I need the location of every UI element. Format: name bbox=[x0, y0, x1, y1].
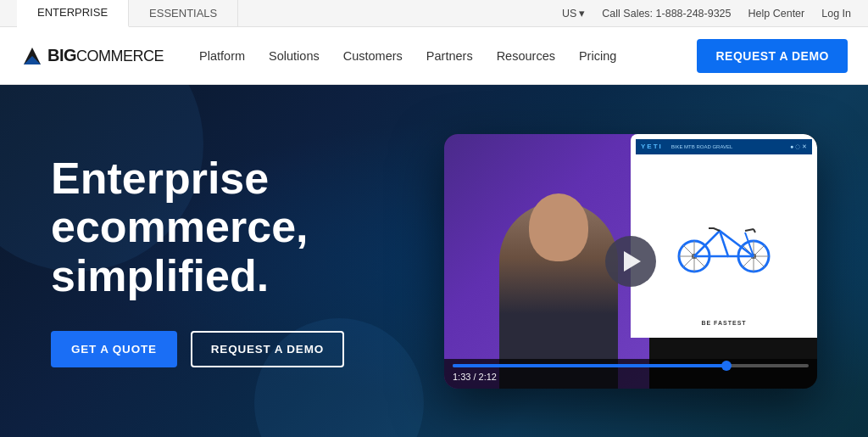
hero-section: Enterprise ecommerce, simplified. GET A … bbox=[0, 85, 868, 437]
bike-illustration bbox=[673, 214, 775, 273]
nav-platform[interactable]: Platform bbox=[199, 49, 245, 63]
tab-essentials[interactable]: ESSENTIALS bbox=[129, 0, 238, 27]
progress-bar[interactable] bbox=[453, 364, 809, 367]
time-display: 1:33 / 2:12 bbox=[453, 372, 809, 382]
locale-arrow: ▾ bbox=[579, 7, 585, 20]
yeti-brand: YETI bbox=[641, 143, 663, 150]
nav-left: BIGCOMMERCE Platform Solutions Customers… bbox=[20, 44, 616, 68]
product-nav-bar: YETI BIKE MTB ROAD GRAVEL ● ◌ ✕ bbox=[636, 139, 812, 154]
video-controls: 1:33 / 2:12 bbox=[444, 359, 817, 389]
product-nav-right: ● ◌ ✕ bbox=[790, 143, 807, 150]
top-bar-right: US ▾ Call Sales: 1-888-248-9325 Help Cen… bbox=[562, 7, 851, 20]
nav-solutions[interactable]: Solutions bbox=[269, 49, 320, 63]
hero-title-line1: Enterprise bbox=[51, 154, 269, 203]
tab-essentials-label: ESSENTIALS bbox=[149, 7, 217, 20]
nav-links: Platform Solutions Customers Partners Re… bbox=[199, 49, 616, 63]
get-quote-button[interactable]: GET A QUOTE bbox=[51, 331, 177, 367]
hero-title-line3: simplified. bbox=[51, 251, 269, 300]
nav-partners[interactable]: Partners bbox=[426, 49, 473, 63]
tab-enterprise-label: ENTERPRISE bbox=[37, 6, 108, 19]
hero-title: Enterprise ecommerce, simplified. bbox=[51, 154, 410, 300]
top-bar: ENTERPRISE ESSENTIALS US ▾ Call Sales: 1… bbox=[0, 0, 868, 27]
nav-resources[interactable]: Resources bbox=[497, 49, 555, 63]
play-button[interactable] bbox=[605, 236, 656, 287]
logo[interactable]: BIGCOMMERCE bbox=[20, 44, 164, 68]
tab-enterprise[interactable]: ENTERPRISE bbox=[17, 0, 129, 27]
main-nav: BIGCOMMERCE Platform Solutions Customers… bbox=[0, 27, 868, 85]
phone-link[interactable]: Call Sales: 1-888-248-9325 bbox=[602, 8, 731, 20]
progress-thumb[interactable] bbox=[721, 361, 732, 371]
logo-icon bbox=[20, 44, 44, 68]
hero-title-line2: ecommerce, bbox=[51, 202, 309, 251]
product-content: BE FASTEST bbox=[636, 154, 812, 333]
progress-fill bbox=[453, 364, 726, 367]
top-bar-tabs: ENTERPRISE ESSENTIALS bbox=[17, 0, 238, 27]
hero-video: YETI BIKE MTB ROAD GRAVEL ● ◌ ✕ bbox=[444, 134, 817, 389]
request-demo-button[interactable]: REQUEST A DEMO bbox=[697, 39, 848, 73]
logo-text: BIGCOMMERCE bbox=[47, 46, 164, 65]
hero-buttons: GET A QUOTE REQUEST A DEMO bbox=[51, 331, 410, 367]
video-player[interactable]: YETI BIKE MTB ROAD GRAVEL ● ◌ ✕ bbox=[444, 134, 817, 389]
nav-pricing[interactable]: Pricing bbox=[579, 49, 616, 63]
log-in-link[interactable]: Log In bbox=[821, 8, 851, 20]
hero-content: Enterprise ecommerce, simplified. GET A … bbox=[51, 154, 410, 367]
locale-selector[interactable]: US ▾ bbox=[562, 7, 585, 20]
product-tagline: BE FASTEST bbox=[701, 320, 746, 326]
video-product-overlay: YETI BIKE MTB ROAD GRAVEL ● ◌ ✕ bbox=[631, 134, 817, 338]
locale-label: US bbox=[562, 8, 576, 20]
video-product-inner: YETI BIKE MTB ROAD GRAVEL ● ◌ ✕ bbox=[631, 134, 817, 338]
help-center-link[interactable]: Help Center bbox=[748, 8, 805, 20]
nav-customers[interactable]: Customers bbox=[343, 49, 403, 63]
play-icon bbox=[624, 251, 641, 272]
request-demo-hero-button[interactable]: REQUEST A DEMO bbox=[191, 331, 344, 367]
product-nav-items: BIKE MTB ROAD GRAVEL bbox=[671, 144, 733, 149]
